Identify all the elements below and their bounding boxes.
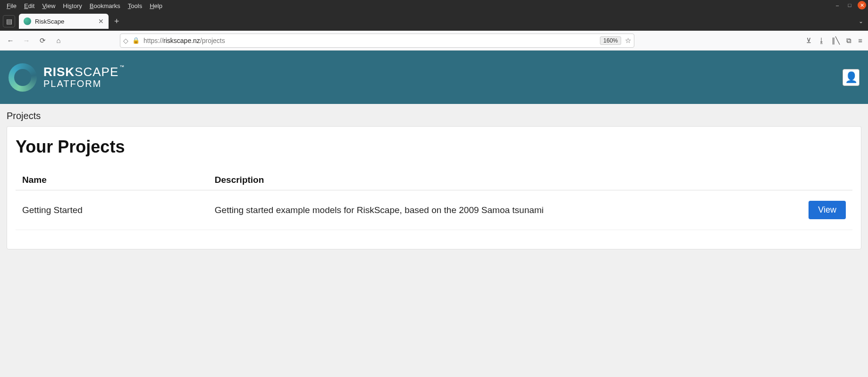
menu-tools[interactable]: Tools — [124, 2, 146, 9]
url-bar[interactable]: ◇ 🔒 https://riskscape.nz/projects 160% ☆ — [120, 34, 634, 48]
projects-table: Name Description Getting Started Getting… — [16, 170, 852, 230]
menu-view[interactable]: View — [38, 2, 59, 9]
browser-tab[interactable]: RiskScape ✕ — [19, 14, 109, 29]
os-menubar: File Edit View History Bookmarks Tools H… — [0, 0, 868, 12]
lock-icon: 🔒 — [132, 37, 140, 44]
forward-button[interactable]: → — [20, 34, 33, 47]
tab-close-button[interactable]: ✕ — [98, 17, 104, 25]
url-text: https://riskscape.nz/projects — [143, 37, 596, 44]
col-name-header: Name — [16, 170, 208, 190]
sidebar-toggle-button[interactable]: ▤ — [3, 15, 15, 27]
project-name: Getting Started — [16, 190, 208, 230]
window-controls: – □ ✕ — [833, 1, 866, 9]
logo-mark-icon — [8, 63, 37, 92]
breadcrumb: Projects — [0, 104, 868, 126]
tab-favicon — [24, 17, 31, 25]
menu-edit[interactable]: Edit — [20, 2, 38, 9]
user-icon: 👤 — [845, 71, 858, 84]
shield-icon: ◇ — [123, 37, 128, 44]
tab-title: RiskScape — [35, 18, 64, 25]
zoom-badge[interactable]: 160% — [600, 36, 621, 45]
project-description: Getting started example models for RiskS… — [208, 190, 796, 230]
page-body: RISKSCAPE™ PLATFORM 👤 Projects Your Proj… — [0, 51, 868, 249]
breadcrumb-projects[interactable]: Projects — [7, 111, 41, 121]
user-account-button[interactable]: 👤 — [843, 69, 860, 86]
back-button[interactable]: ← — [4, 34, 17, 47]
toolbar-right: ⊻ ⭳ ∥╲ ⧉ ≡ — [806, 36, 864, 45]
app-logo[interactable]: RISKSCAPE™ PLATFORM — [8, 63, 124, 92]
tab-overflow-button[interactable]: ⌄ — [859, 18, 868, 25]
downloads-icon[interactable]: ⭳ — [818, 36, 825, 44]
window-maximize-button[interactable]: □ — [845, 1, 854, 9]
menu-history[interactable]: History — [59, 2, 85, 9]
app-menu-button[interactable]: ≡ — [858, 36, 862, 44]
page-title: Your Projects — [16, 137, 852, 157]
table-row: Getting Started Getting started example … — [16, 190, 852, 230]
logo-text: RISKSCAPE™ PLATFORM — [43, 66, 124, 88]
projects-card: Your Projects Name Description Getting S… — [7, 126, 861, 249]
extensions-icon[interactable]: ⧉ — [846, 36, 851, 45]
view-button[interactable]: View — [809, 201, 846, 219]
browser-toolbar: ← → ⟳ ⌂ ◇ 🔒 https://riskscape.nz/project… — [0, 31, 868, 51]
new-tab-button[interactable]: + — [109, 17, 125, 26]
bookmark-star-icon[interactable]: ☆ — [625, 36, 631, 45]
col-description-header: Description — [208, 170, 796, 190]
window-close-button[interactable]: ✕ — [858, 1, 866, 9]
home-button[interactable]: ⌂ — [52, 34, 65, 47]
library-icon[interactable]: ∥╲ — [832, 36, 840, 45]
menu-bookmarks[interactable]: Bookmarks — [86, 2, 124, 9]
browser-tabstrip: ▤ RiskScape ✕ + ⌄ — [0, 12, 868, 31]
window-minimize-button[interactable]: – — [833, 1, 842, 9]
menu-file[interactable]: File — [3, 2, 20, 9]
pocket-icon[interactable]: ⊻ — [806, 36, 811, 45]
app-header: RISKSCAPE™ PLATFORM 👤 — [0, 51, 868, 104]
menu-help[interactable]: Help — [146, 2, 166, 9]
reload-button[interactable]: ⟳ — [36, 34, 49, 47]
